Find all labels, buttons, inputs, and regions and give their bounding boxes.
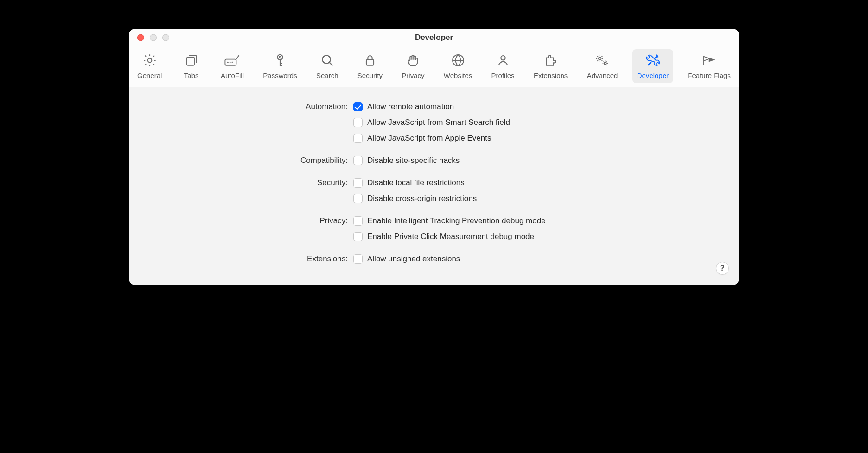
gear-icon xyxy=(141,52,158,69)
window-title: Developer xyxy=(415,33,453,42)
section-security: Security: Disable local file restriction… xyxy=(142,177,726,204)
checkbox-label: Disable local file restrictions xyxy=(367,177,465,188)
tab-label: General xyxy=(137,71,162,79)
svg-rect-9 xyxy=(366,60,374,65)
tab-profiles[interactable]: Profiles xyxy=(487,49,519,83)
tab-advanced[interactable]: Advanced xyxy=(582,49,623,83)
svg-point-7 xyxy=(279,56,281,58)
tab-websites[interactable]: Websites xyxy=(439,49,477,83)
checkbox-icon xyxy=(353,178,363,188)
tab-general[interactable]: General xyxy=(133,49,166,83)
checkbox-icon xyxy=(353,194,363,203)
svg-point-5 xyxy=(232,62,233,63)
search-icon xyxy=(319,52,336,69)
checkbox-label: Allow unsigned extensions xyxy=(367,253,460,265)
checkbox-disable-site-hacks[interactable]: Disable site-specific hacks xyxy=(353,155,460,166)
svg-point-8 xyxy=(322,55,330,63)
tab-feature-flags[interactable]: Feature Flags xyxy=(683,49,735,83)
tab-autofill[interactable]: AutoFill xyxy=(216,49,249,83)
preferences-toolbar: General Tabs AutoFill Passwords Search xyxy=(129,46,739,87)
globe-icon xyxy=(450,52,466,69)
svg-point-6 xyxy=(277,55,282,60)
tab-label: Privacy xyxy=(402,71,424,79)
tab-security[interactable]: Security xyxy=(353,49,387,83)
checkbox-label: Enable Intelligent Tracking Prevention d… xyxy=(367,215,546,226)
lock-icon xyxy=(362,52,378,69)
checkbox-icon xyxy=(353,232,363,241)
checkbox-allow-unsigned-extensions[interactable]: Allow unsigned extensions xyxy=(353,253,460,265)
window-controls xyxy=(137,34,169,41)
checkbox-allow-remote-automation[interactable]: Allow remote automation xyxy=(353,101,510,112)
checkbox-disable-local-file-restrictions[interactable]: Disable local file restrictions xyxy=(353,177,477,188)
section-extensions: Extensions: Allow unsigned extensions xyxy=(142,253,726,265)
tab-passwords[interactable]: Passwords xyxy=(258,49,301,83)
svg-point-13 xyxy=(604,62,606,65)
svg-rect-1 xyxy=(186,57,194,65)
section-label: Extensions: xyxy=(142,253,353,265)
svg-point-0 xyxy=(147,58,152,63)
titlebar: Developer xyxy=(129,29,739,46)
svg-point-12 xyxy=(599,57,601,60)
svg-point-4 xyxy=(230,62,230,63)
section-label: Security: xyxy=(142,177,353,188)
checkbox-enable-itp-debug[interactable]: Enable Intelligent Tracking Prevention d… xyxy=(353,215,546,226)
svg-point-3 xyxy=(228,62,228,63)
section-label: Automation: xyxy=(142,101,353,112)
tab-label: Feature Flags xyxy=(688,71,731,79)
preferences-content: Automation: Allow remote automation Allo… xyxy=(129,87,739,285)
close-window-button[interactable] xyxy=(137,34,144,41)
flags-icon xyxy=(701,52,718,69)
tab-extensions[interactable]: Extensions xyxy=(529,49,572,83)
section-automation: Automation: Allow remote automation Allo… xyxy=(142,101,726,144)
checkbox-icon xyxy=(353,254,363,264)
tab-label: Extensions xyxy=(534,71,568,79)
tab-label: Tabs xyxy=(184,71,199,79)
tab-label: Advanced xyxy=(587,71,618,79)
tab-tabs[interactable]: Tabs xyxy=(177,49,206,83)
tab-developer[interactable]: Developer xyxy=(632,49,673,83)
tab-search[interactable]: Search xyxy=(312,49,343,83)
checkbox-allow-js-apple-events[interactable]: Allow JavaScript from Apple Events xyxy=(353,133,510,144)
checkbox-label: Enable Private Click Measurement debug m… xyxy=(367,231,534,242)
section-compatibility: Compatibility: Disable site-specific hac… xyxy=(142,155,726,166)
tab-label: Developer xyxy=(637,71,669,79)
tools-icon xyxy=(645,52,661,69)
checkbox-icon xyxy=(353,216,363,226)
svg-point-11 xyxy=(501,56,505,60)
tab-label: Security xyxy=(357,71,383,79)
minimize-window-button[interactable] xyxy=(150,34,157,41)
checkbox-enable-pcm-debug[interactable]: Enable Private Click Measurement debug m… xyxy=(353,231,546,242)
checkbox-disable-cross-origin-restrictions[interactable]: Disable cross-origin restrictions xyxy=(353,193,477,204)
checkbox-icon xyxy=(353,118,363,127)
preferences-window: Developer General Tabs AutoFill Password… xyxy=(129,29,739,285)
help-button[interactable]: ? xyxy=(716,262,729,275)
puzzle-icon xyxy=(542,52,559,69)
zoom-window-button[interactable] xyxy=(162,34,169,41)
checkbox-label: Allow remote automation xyxy=(367,101,454,112)
tab-label: Search xyxy=(316,71,338,79)
checkbox-label: Allow JavaScript from Apple Events xyxy=(367,133,491,144)
section-label: Compatibility: xyxy=(142,155,353,166)
hand-icon xyxy=(405,52,421,69)
tab-privacy[interactable]: Privacy xyxy=(397,49,429,83)
checkbox-label: Disable site-specific hacks xyxy=(367,155,460,166)
tabs-icon xyxy=(183,52,200,69)
checkbox-icon xyxy=(353,102,363,111)
tab-label: AutoFill xyxy=(221,71,244,79)
tab-label: Profiles xyxy=(491,71,515,79)
tab-label: Passwords xyxy=(263,71,297,79)
section-privacy: Privacy: Enable Intelligent Tracking Pre… xyxy=(142,215,726,242)
person-icon xyxy=(495,52,511,69)
key-icon xyxy=(272,52,288,69)
section-label: Privacy: xyxy=(142,215,353,226)
checkbox-icon xyxy=(353,156,363,165)
tab-label: Websites xyxy=(444,71,472,79)
checkbox-label: Allow JavaScript from Smart Search field xyxy=(367,117,510,128)
gears-icon xyxy=(594,52,611,69)
checkbox-allow-js-smart-search[interactable]: Allow JavaScript from Smart Search field xyxy=(353,117,510,128)
checkbox-label: Disable cross-origin restrictions xyxy=(367,193,477,204)
autofill-icon xyxy=(224,52,241,69)
checkbox-icon xyxy=(353,134,363,143)
